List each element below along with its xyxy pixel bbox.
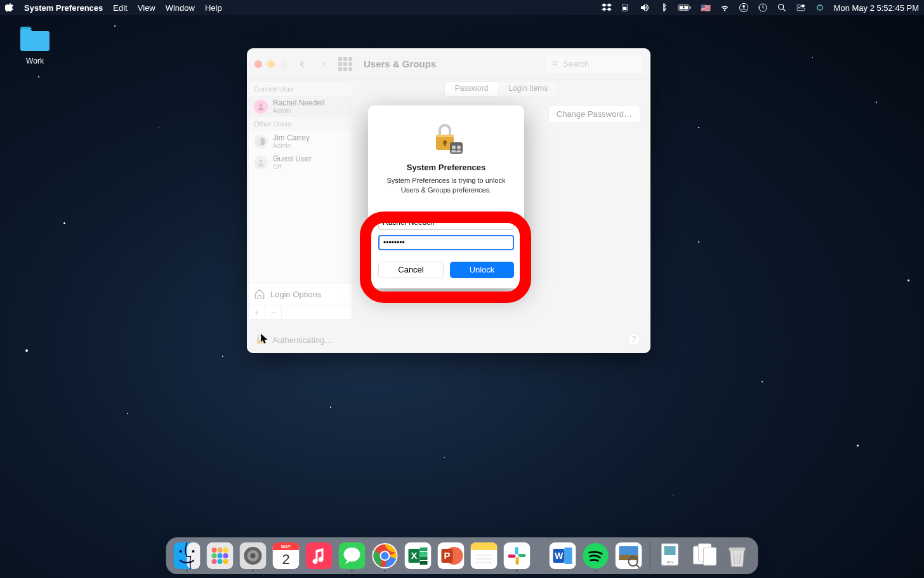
dock-word[interactable]: W (548, 541, 578, 570)
remove-user-button[interactable]: − (265, 306, 282, 319)
search-input[interactable]: Search (546, 55, 643, 72)
user-name: Guest User (273, 154, 312, 163)
unlock-button[interactable]: Unlock (450, 262, 514, 278)
svg-point-35 (223, 548, 228, 553)
svg-rect-81 (565, 548, 572, 564)
menubar-view[interactable]: View (138, 3, 155, 13)
spotlight-icon[interactable] (777, 3, 787, 13)
svg-point-45 (251, 553, 256, 558)
dock-finder[interactable] (173, 541, 202, 570)
desktop-folder-work[interactable]: Work (13, 25, 57, 65)
dock-trash[interactable] (723, 541, 752, 570)
svg-rect-96 (729, 548, 746, 551)
dropbox-icon[interactable] (602, 3, 612, 13)
svg-rect-77 (518, 554, 526, 557)
change-password-button[interactable]: Change Password… (548, 105, 640, 123)
window-title: Users & Groups (364, 58, 436, 69)
dock-launchpad[interactable] (206, 541, 235, 570)
apple-logo-icon[interactable] (5, 3, 14, 12)
svg-text:JPG: JPG (666, 560, 674, 564)
cancel-button[interactable]: Cancel (378, 262, 444, 278)
dock-powerpoint[interactable]: P (437, 541, 466, 570)
battery-icon[interactable] (678, 3, 692, 13)
dock-calendar[interactable]: MAY2 (272, 541, 301, 570)
time-machine-icon[interactable] (758, 3, 768, 13)
search-icon (551, 60, 559, 67)
control-center-icon[interactable] (796, 3, 806, 13)
username-field[interactable] (378, 215, 514, 230)
svg-point-19 (260, 159, 263, 163)
svg-point-40 (218, 559, 223, 564)
svg-point-31 (192, 550, 195, 553)
svg-point-33 (212, 548, 217, 553)
menubar-help[interactable]: Help (205, 3, 222, 13)
battery-status-icon[interactable] (621, 3, 631, 13)
minimize-button[interactable] (267, 60, 275, 68)
login-options-button[interactable]: Login Options (248, 283, 352, 306)
svg-rect-64 (420, 561, 428, 565)
show-all-button[interactable] (338, 57, 352, 71)
back-button[interactable] (295, 57, 309, 71)
flag-icon[interactable]: 🇺🇸 (701, 3, 711, 13)
svg-text:2: 2 (282, 551, 289, 567)
folder-icon (19, 25, 51, 52)
svg-rect-71 (471, 548, 498, 550)
svg-rect-91 (664, 546, 676, 555)
menubar-window[interactable]: Window (166, 3, 195, 13)
svg-point-15 (553, 61, 557, 65)
dock-slack[interactable] (503, 541, 532, 570)
add-user-button[interactable]: + (249, 306, 265, 319)
help-button[interactable]: ? (628, 333, 640, 346)
menubar: System Preferences Edit View Window Help… (0, 0, 924, 15)
menubar-app-name[interactable]: System Preferences (24, 3, 103, 13)
dock-messages[interactable] (338, 541, 367, 570)
wifi-icon[interactable] (720, 3, 730, 13)
dock-recent-docs[interactable] (690, 541, 719, 570)
auth-dialog: System Preferences System Preferences is… (368, 105, 524, 288)
svg-point-27 (457, 145, 461, 149)
tab-password[interactable]: Password (445, 82, 499, 96)
dock-settings[interactable] (239, 541, 268, 570)
svg-point-17 (260, 104, 263, 107)
svg-text:MAY: MAY (281, 544, 291, 549)
dock-music[interactable] (305, 541, 334, 570)
svg-text:P: P (444, 550, 450, 561)
password-field[interactable] (378, 235, 514, 250)
svg-rect-24 (444, 142, 446, 146)
svg-text:W: W (555, 551, 564, 561)
user-role: Admin (273, 142, 310, 149)
window-titlebar: Users & Groups Search (247, 48, 650, 80)
sidebar-user-jim[interactable]: Jim Carrey Admin (249, 131, 352, 152)
bluetooth-icon[interactable] (659, 3, 669, 13)
dock-spotify[interactable] (581, 541, 610, 570)
dock-chrome[interactable] (371, 541, 400, 570)
menubar-edit[interactable]: Edit (113, 3, 127, 13)
svg-point-53 (344, 548, 360, 561)
dock-separator (650, 541, 650, 570)
svg-rect-75 (504, 542, 531, 569)
zoom-button[interactable] (280, 60, 287, 68)
svg-rect-11 (801, 4, 804, 7)
dock: MAY2 X P W JPG (166, 537, 758, 574)
user-icon[interactable] (739, 3, 749, 13)
tab-login-items[interactable]: Login Items (498, 82, 558, 96)
dock-notes[interactable] (470, 541, 499, 570)
forward-button[interactable] (317, 57, 331, 71)
close-button[interactable] (254, 60, 262, 68)
siri-icon[interactable] (815, 3, 825, 13)
dock-recent-jpg[interactable]: JPG (657, 541, 686, 570)
svg-rect-61 (420, 548, 428, 551)
dialog-title: System Preferences (378, 163, 514, 172)
avatar-icon (254, 135, 268, 149)
sidebar-user-guest[interactable]: Guest User Off (249, 152, 352, 173)
dock-excel[interactable]: X (404, 541, 433, 570)
svg-point-36 (212, 553, 217, 558)
sidebar-user-rachel[interactable]: Rachel Needell Admin (249, 96, 352, 117)
svg-rect-22 (436, 135, 454, 137)
dock-preview[interactable] (614, 541, 644, 570)
menubar-datetime[interactable]: Mon May 2 5:52:45 PM (834, 3, 919, 13)
volume-icon[interactable] (640, 3, 650, 13)
avatar-icon (254, 156, 268, 170)
search-placeholder: Search (563, 59, 589, 69)
svg-rect-4 (689, 6, 690, 8)
